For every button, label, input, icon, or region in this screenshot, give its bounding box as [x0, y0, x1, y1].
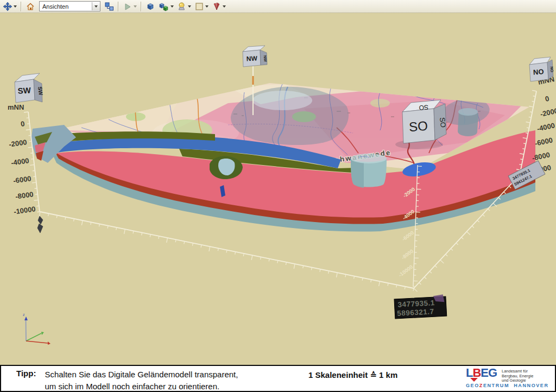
left-axis-unit: mNN: [8, 103, 24, 111]
tip-line-2: um sich im Modell noch einfacher zu orie…: [45, 381, 238, 392]
scale-unit-label: 1 Skaleneinheit ≙ 1 km: [308, 370, 397, 380]
svg-text:NW: NW: [246, 54, 257, 62]
tip-label: Tipp:: [16, 369, 36, 392]
dropdown-caret-icon[interactable]: [134, 5, 137, 8]
view-manager-button[interactable]: [103, 1, 116, 12]
orbit-navigate-button[interactable]: [1, 1, 18, 12]
toolbar-separator: [118, 2, 119, 11]
home-icon: [26, 2, 35, 11]
svg-text:NO: NO: [550, 66, 554, 73]
application-window: Ansichten: [0, 0, 556, 392]
cross-sections-icon: [212, 2, 222, 11]
cross-sections-button[interactable]: [210, 1, 228, 12]
toolbar-separator: [21, 2, 22, 11]
light-settings-button[interactable]: [175, 1, 193, 12]
home-view-button[interactable]: [24, 1, 37, 12]
orientation-cube-so[interactable]: SO SO SO: [402, 100, 447, 143]
model-objects-icon: [159, 2, 169, 11]
dropdown-caret-icon[interactable]: [14, 5, 17, 8]
bounding-box-button[interactable]: [193, 1, 210, 12]
cube-view-button[interactable]: [144, 1, 157, 12]
views-combobox[interactable]: Ansichten: [39, 1, 100, 11]
orientation-cube-no[interactable]: NO NO: [529, 57, 554, 81]
model-objects-button[interactable]: [157, 1, 175, 12]
tip-line-1: Schalten Sie das Digitale Geländemodell …: [45, 369, 238, 381]
svg-text:NW: NW: [263, 55, 267, 62]
play-animation-button[interactable]: [121, 1, 138, 12]
orbit-navigate-icon: [3, 2, 12, 11]
lbeg-logo: LBEG Landesamt für Bergbau, Energie und …: [466, 368, 553, 388]
status-footer: Tipp: Schalten Sie das Digitale Geländem…: [0, 365, 556, 392]
play-icon: [123, 2, 132, 11]
dropdown-caret-icon[interactable]: [205, 5, 208, 8]
dropdown-caret-icon[interactable]: [170, 5, 174, 8]
views-combobox-value: Ansichten: [42, 3, 92, 10]
svg-text:SW: SW: [17, 85, 31, 96]
agency-name: Landesamt für Bergbau, Energie und Geolo…: [502, 369, 533, 383]
light-icon: [177, 2, 187, 11]
z-axis-label: z: [23, 313, 25, 317]
svg-text:SW: SW: [37, 86, 44, 96]
toolbar-separator: [141, 2, 142, 11]
toolbar: Ansichten: [0, 0, 556, 13]
svg-text:SO: SO: [438, 117, 447, 128]
cube-icon: [146, 2, 155, 11]
svg-text:SO: SO: [408, 118, 428, 134]
view-manager-icon: [104, 2, 114, 11]
geozentrum-label: GEOZENTRUM HANNOVER: [466, 383, 553, 388]
dropdown-caret-icon[interactable]: [188, 5, 191, 8]
tip-text: Tipp: Schalten Sie das Digitale Geländem…: [16, 369, 238, 392]
bounding-box-icon: [194, 2, 204, 11]
svg-text:SO: SO: [419, 104, 428, 112]
combobox-dropdown-button[interactable]: [92, 2, 100, 10]
svg-text:NO: NO: [533, 67, 544, 76]
3d-viewport[interactable]: Schwanewede: [0, 12, 556, 365]
chevron-down-icon: [94, 5, 98, 8]
dropdown-caret-icon[interactable]: [223, 5, 226, 8]
